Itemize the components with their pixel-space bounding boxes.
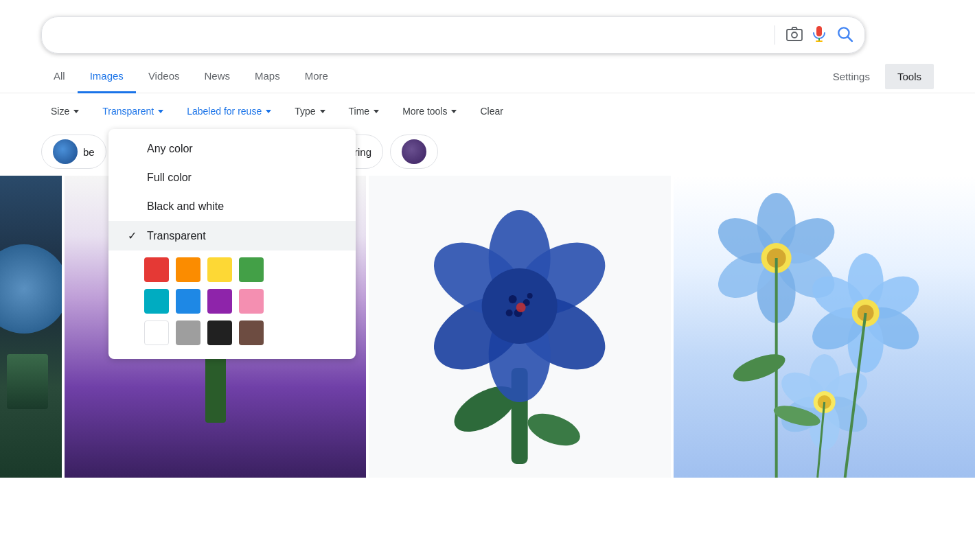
- svg-point-47: [730, 349, 788, 387]
- check-transparent: ✓: [128, 229, 144, 242]
- color-swatch-yellow[interactable]: [207, 257, 232, 282]
- color-swatch-pink[interactable]: [239, 289, 264, 314]
- tools-button[interactable]: Tools: [885, 64, 934, 89]
- clear-button[interactable]: Clear: [473, 100, 509, 122]
- check-any: [128, 143, 144, 155]
- filter-bar: Size Transparent Labeled for reuse Type …: [0, 93, 975, 129]
- svg-point-19: [516, 303, 526, 312]
- time-chevron-icon: [374, 110, 379, 113]
- type-label: Type: [295, 106, 315, 117]
- time-filter[interactable]: Time: [339, 100, 389, 122]
- svg-point-1: [792, 32, 797, 38]
- more-tools-filter[interactable]: More tools: [393, 100, 466, 122]
- chip-partial[interactable]: [390, 135, 438, 169]
- color-label: Transparent: [102, 106, 154, 117]
- color-swatch-red[interactable]: [144, 257, 169, 282]
- dropdown-bw-label: Black and white: [147, 200, 224, 213]
- chip-be[interactable]: be: [41, 135, 106, 169]
- color-swatch-purple[interactable]: [207, 289, 232, 314]
- color-swatch-gray[interactable]: [176, 320, 200, 345]
- chip-be-label: be: [83, 146, 95, 158]
- search-box: blue flower: [41, 16, 865, 54]
- nav-tabs: All Images Videos News Maps More Setting…: [0, 60, 975, 93]
- more-tools-chevron-icon: [451, 110, 457, 113]
- search-icons: [772, 25, 853, 45]
- color-swatch-green[interactable]: [239, 257, 264, 282]
- image-col-left[interactable]: [0, 176, 62, 478]
- tab-news[interactable]: News: [192, 60, 242, 93]
- tab-images[interactable]: Images: [78, 60, 136, 93]
- dropdown-item-bw[interactable]: Black and white: [108, 192, 356, 221]
- tab-more[interactable]: More: [292, 60, 341, 93]
- size-label: Size: [51, 106, 69, 117]
- search-input[interactable]: blue flower: [53, 27, 772, 43]
- color-swatch-white[interactable]: [144, 320, 169, 345]
- license-filter[interactable]: Labeled for reuse: [177, 100, 281, 122]
- dropdown-any-label: Any color: [147, 143, 193, 155]
- search-submit-icon[interactable]: [836, 25, 853, 45]
- svg-point-18: [506, 310, 513, 316]
- image-col-lightblue[interactable]: [674, 176, 975, 478]
- check-bw: [128, 200, 144, 213]
- chip-partial-img: [402, 139, 426, 164]
- type-chevron-icon: [320, 110, 325, 113]
- search-area: blue flower: [0, 0, 975, 54]
- camera-icon[interactable]: [786, 25, 803, 45]
- color-dropdown: Any color Full color Black and white ✓ T…: [108, 129, 356, 359]
- tab-maps[interactable]: Maps: [242, 60, 292, 93]
- divider: [775, 25, 775, 45]
- tab-all[interactable]: All: [41, 60, 78, 93]
- color-chevron-icon: [158, 110, 163, 113]
- check-full: [128, 172, 144, 184]
- nav-right: Settings Tools: [823, 64, 934, 89]
- svg-rect-0: [787, 30, 802, 40]
- svg-point-6: [524, 408, 585, 452]
- license-label: Labeled for reuse: [187, 106, 262, 117]
- settings-button[interactable]: Settings: [823, 64, 880, 89]
- color-filter[interactable]: Transparent: [93, 100, 173, 122]
- color-swatch-blue[interactable]: [176, 289, 200, 314]
- chip-be-img: [53, 139, 78, 164]
- dropdown-item-full[interactable]: Full color: [108, 163, 356, 192]
- svg-point-17: [527, 293, 533, 299]
- size-chevron-icon: [73, 110, 79, 113]
- tab-videos[interactable]: Videos: [136, 60, 192, 93]
- size-filter[interactable]: Size: [41, 100, 89, 122]
- dropdown-full-label: Full color: [147, 172, 192, 184]
- time-label: Time: [349, 106, 370, 117]
- color-swatch-black[interactable]: [207, 320, 232, 345]
- type-filter[interactable]: Type: [285, 100, 334, 122]
- color-swatch-teal[interactable]: [144, 289, 169, 314]
- mic-icon[interactable]: [811, 25, 827, 45]
- dropdown-item-any[interactable]: Any color: [108, 135, 356, 163]
- color-grid: [108, 250, 356, 348]
- image-col-blue-illus[interactable]: [369, 176, 670, 478]
- svg-point-14: [509, 295, 517, 303]
- color-swatch-brown[interactable]: [239, 320, 264, 345]
- more-tools-label: More tools: [402, 106, 447, 117]
- license-chevron-icon: [266, 110, 271, 113]
- dropdown-item-transparent[interactable]: ✓ Transparent: [108, 221, 356, 250]
- color-swatch-orange[interactable]: [176, 257, 200, 282]
- svg-line-3: [848, 37, 852, 41]
- dropdown-transparent-label: Transparent: [147, 230, 206, 242]
